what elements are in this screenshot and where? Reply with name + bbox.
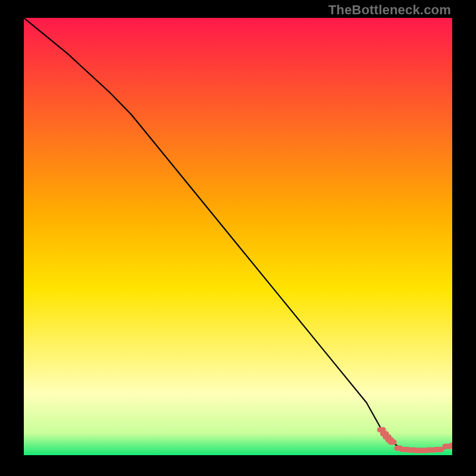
gradient-background — [24, 18, 452, 455]
plot-area — [24, 18, 452, 455]
watermark-text: TheBottleneck.com — [328, 2, 451, 18]
chart-svg — [24, 18, 452, 455]
image-frame: TheBottleneck.com — [0, 0, 476, 476]
